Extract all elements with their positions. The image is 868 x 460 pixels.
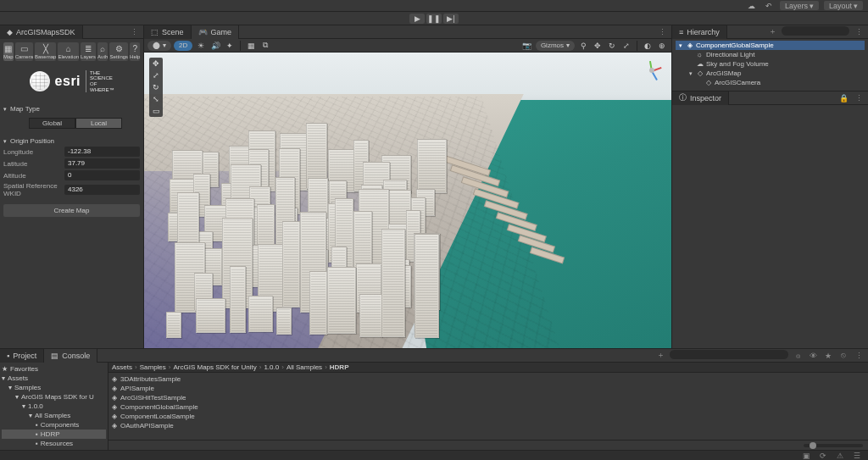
status-icon-2[interactable]: ⟳ [817,450,829,461]
layout-dropdown[interactable]: Layout ▾ [824,1,863,10]
view-tool-1[interactable]: ⤢ [149,69,163,81]
hierarchy-item[interactable]: ◇ArcGISCamera [676,78,865,87]
cloud-icon[interactable]: ☁ [746,0,758,12]
view-tool-4[interactable]: ▭ [149,105,163,117]
hierarchy-item[interactable]: ☼Directional Light [676,50,865,59]
pause-button[interactable]: ❚❚ [426,14,442,24]
star-icon[interactable]: ★ [822,350,834,362]
orientation-gizmo[interactable] [639,58,665,83]
pivot-icon[interactable]: ⊕ [656,40,668,52]
snap-icon[interactable]: ⧉ [259,40,271,52]
gizmos-dropdown[interactable]: Gizmos▾ [536,41,575,51]
hierarchy-search[interactable] [782,26,849,36]
tree-row[interactable]: ▾Assets [2,374,106,383]
tool-auth[interactable]: ⌕Auth [97,42,108,61]
lighting-icon[interactable]: ☀ [195,40,207,52]
file-row[interactable]: ◈3DAttributesSample [112,374,865,384]
scene-viewport[interactable]: ✥⤢↻⤡▭ [144,53,671,348]
draw-mode-dropdown[interactable]: ⬤▾ [147,41,171,51]
hierarchy-scene-row[interactable]: ▾ ◈ ComponentGlobalSample [676,41,865,50]
tree-row[interactable]: ▾Samples [2,383,106,392]
breadcrumb-segment[interactable]: ArcGIS Maps SDK for Unity [173,363,256,371]
scene-tab[interactable]: ⬚ Scene [144,25,192,39]
icon-size-slider[interactable] [108,440,868,450]
tree-row[interactable]: ▪HDRP [2,430,106,439]
create-map-button[interactable]: Create Map [3,204,140,217]
map-type-global[interactable]: Global [29,118,75,129]
tool1-icon[interactable]: ⚲ [577,40,589,52]
tool-help[interactable]: ?Help [130,42,140,61]
tree-row[interactable]: ★Favorites [2,364,106,374]
map-type-local[interactable]: Local [75,118,122,129]
arcgis-tab[interactable]: ◆ ArcGISMapsSDK [0,25,83,39]
panel-menu-icon[interactable]: ⋮ [128,26,140,38]
tool-map[interactable]: ▦Map [3,42,14,61]
tool-layers[interactable]: ≣Layers [81,42,96,61]
file-row[interactable]: ◈ComponentGlobalSample [112,402,865,412]
view-tool-0[interactable]: ✥ [149,58,163,69]
breadcrumb-segment[interactable]: All Samples [287,363,322,371]
panel-menu-icon[interactable]: ⋮ [656,26,668,38]
play-button[interactable]: ▶ [409,14,425,24]
status-icon-4[interactable]: ☰ [851,450,863,461]
2d-toggle[interactable]: 2D [174,41,192,51]
view-tool-2[interactable]: ↻ [149,81,163,93]
panel-menu-icon[interactable]: ⋮ [853,350,865,362]
eye-icon[interactable]: 👁 [807,350,819,362]
tool-basemap[interactable]: ╳Basemap [35,42,56,61]
file-row[interactable]: ◈ComponentLocalSample [112,412,865,421]
hierarchy-tab[interactable]: ≡ Hierarchy [672,25,727,39]
panel-menu-icon[interactable]: ⋮ [853,92,865,104]
add-icon[interactable]: ＋ [654,350,666,362]
map-type-header[interactable]: ▾ Map Type [3,103,140,114]
inspector-tab[interactable]: ⓘ Inspector [672,91,729,105]
tool-elevation[interactable]: ⌂Elevation [58,42,79,61]
console-tab[interactable]: ▤ Console [44,349,97,363]
project-search[interactable] [670,350,788,359]
hierarchy-item[interactable]: ☁Sky and Fog Volume [676,59,865,69]
tool4-icon[interactable]: ⤢ [620,40,632,52]
breadcrumb-segment[interactable]: 1.0.0 [264,363,279,371]
longitude-input[interactable]: -122.38 [64,147,140,157]
breadcrumb-segment[interactable]: HDRP [330,363,349,371]
latitude-input[interactable]: 37.79 [64,158,140,169]
origin-header[interactable]: ▾ Origin Position [3,136,140,147]
tool-settings[interactable]: ⚙Settings [109,42,128,61]
breadcrumb-segment[interactable]: Assets [112,363,132,371]
undo-icon[interactable]: ↶ [763,0,775,12]
filter-icon[interactable]: ⌾ [792,350,804,362]
status-icon-1[interactable]: ▣ [800,450,812,461]
project-breadcrumb[interactable]: Assets›Samples›ArcGIS Maps SDK for Unity… [112,363,348,371]
tree-row[interactable]: ▾1.0.0 [2,402,106,411]
tool2-icon[interactable]: ✥ [592,40,604,52]
hierarchy-scene-name: ComponentGlobalSample [696,42,774,49]
file-row[interactable]: ◈OAuthAPISample [112,421,865,430]
tree-row[interactable]: ▾ArcGIS Maps SDK for U [2,392,106,402]
spatial-reference-wkid-input[interactable]: 4326 [64,185,140,195]
game-tab[interactable]: 🎮 Game [192,25,240,39]
layers-dropdown[interactable]: Layers ▾ [780,1,819,10]
tree-row[interactable]: ▪Components [2,420,106,430]
fx-icon[interactable]: ✦ [224,40,236,52]
hierarchy-item[interactable]: ▾◇ArcGISMap [676,69,865,78]
file-row[interactable]: ◈ArcGISHitTestSample [112,393,865,402]
breadcrumb-segment[interactable]: Samples [140,363,166,371]
add-icon[interactable]: ＋ [766,26,778,38]
project-tab[interactable]: ▪ Project [0,349,44,363]
grid-icon[interactable]: ▦ [245,40,257,52]
file-row[interactable]: ◈APISample [112,384,865,393]
step-button[interactable]: ▶| [443,14,459,24]
handle-icon[interactable]: ◐ [642,40,654,52]
camera-icon[interactable]: 📷 [521,40,533,52]
tree-row[interactable]: ▾All Samples [2,411,106,420]
hidden-icon[interactable]: ⦸ [837,350,849,362]
panel-menu-icon[interactable]: ⋮ [853,26,865,38]
lock-icon[interactable]: 🔒 [837,92,849,104]
status-icon-3[interactable]: ⚠ [834,450,846,461]
altitude-input[interactable]: 0 [64,170,140,180]
view-tool-3[interactable]: ⤡ [149,93,163,105]
tool3-icon[interactable]: ↻ [606,40,618,52]
audio-icon[interactable]: 🔊 [209,40,221,52]
tree-row[interactable]: ▪Resources [2,439,106,448]
tool-camera[interactable]: ▭Camera [15,42,33,61]
